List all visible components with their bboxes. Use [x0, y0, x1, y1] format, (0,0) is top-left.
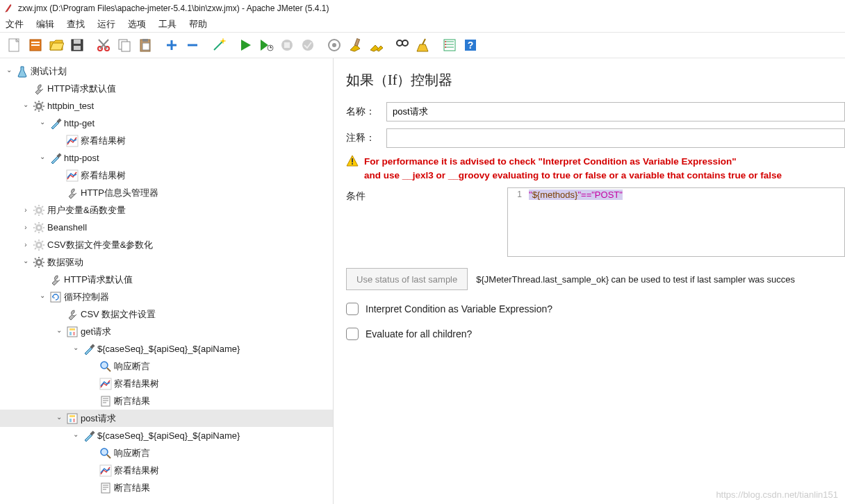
tree-row[interactable]: ⌄数据驱动	[0, 253, 333, 271]
tree-row[interactable]: ⌄${caseSeq}_${apiSeq}_${apiName}	[0, 427, 333, 444]
tree-row[interactable]: 断言结果	[0, 392, 333, 410]
tree-label: ${caseSeq}_${apiSeq}_${apiName}	[97, 344, 240, 354]
tree-row[interactable]: 察看结果树	[0, 167, 333, 184]
svg-point-23	[402, 40, 408, 46]
cut-button[interactable]	[93, 35, 114, 56]
caret-icon[interactable]: ⌄	[38, 291, 47, 301]
name-input[interactable]	[386, 102, 845, 121]
tree-row[interactable]: 察看结果树	[0, 132, 333, 149]
menu-帮助[interactable]: 帮助	[189, 18, 207, 31]
tree-row[interactable]: ›CSV数据文件变量&参数化	[0, 236, 333, 253]
tree-row[interactable]: ⌄get请求	[0, 323, 333, 340]
remove-button[interactable]	[182, 35, 203, 56]
caret-icon[interactable]: ›	[21, 240, 31, 250]
templates-button[interactable]	[25, 35, 46, 56]
gear-icon	[33, 256, 45, 269]
tree-row[interactable]: ⌄${caseSeq}_${apiSeq}_${apiName}	[0, 340, 333, 358]
caret-icon[interactable]: ⌄	[54, 412, 64, 422]
tree-row[interactable]: ⌄http-post	[0, 149, 333, 167]
use-last-sample-button[interactable]: Use status of last sample	[346, 268, 468, 290]
shutdown-button[interactable]	[297, 35, 318, 56]
save-button[interactable]	[67, 35, 88, 56]
open-button[interactable]	[46, 35, 67, 56]
clear-all-button[interactable]	[366, 35, 386, 56]
help-button[interactable]: ?	[460, 35, 481, 56]
condition-label: 条件	[346, 187, 507, 257]
tree-row[interactable]: ⌄循环控制器	[0, 288, 333, 305]
menu-编辑[interactable]: 编辑	[36, 18, 54, 31]
tree-label: http-get	[64, 118, 95, 128]
add-button[interactable]	[161, 35, 182, 56]
stop-button[interactable]	[277, 35, 297, 56]
interpret-check-row[interactable]: Interpret Condition as Variable Expressi…	[346, 303, 845, 315]
tree-row[interactable]: 断言结果	[0, 479, 333, 496]
caret-icon[interactable]: ⌄	[71, 430, 81, 439]
warn-line1: For performance it is advised to check "…	[364, 156, 737, 167]
warning-icon	[346, 155, 359, 167]
tree-row[interactable]: 察看结果树	[0, 375, 333, 392]
caret-icon[interactable]: ›	[21, 205, 31, 215]
menu-选项[interactable]: 选项	[128, 18, 146, 31]
tree-row[interactable]: ⌄httpbin_test	[0, 97, 333, 115]
evaluate-checkbox[interactable]	[346, 328, 359, 340]
copy-button[interactable]	[114, 35, 135, 56]
tree-label: 断言结果	[114, 482, 150, 494]
svg-rect-35	[67, 170, 78, 181]
new-file-button[interactable]	[4, 35, 25, 56]
caret-icon[interactable]: ⌄	[71, 343, 81, 353]
menu-文件[interactable]: 文件	[6, 18, 24, 31]
tree-row[interactable]: HTTP请求默认值	[0, 80, 333, 97]
svg-rect-3	[31, 44, 40, 46]
caret-icon[interactable]: ⌄	[54, 326, 64, 335]
tree-row[interactable]: HTTP请求默认值	[0, 271, 333, 288]
tree-row[interactable]: ⌄测试计划	[0, 62, 333, 80]
interpret-checkbox[interactable]	[346, 303, 359, 315]
menu-查找[interactable]: 查找	[67, 18, 85, 31]
paste-button[interactable]	[135, 35, 156, 56]
caret-icon[interactable]: ⌄	[21, 100, 31, 110]
tree-pane[interactable]: ⌄测试计划HTTP请求默认值⌄httpbin_test⌄http-get察看结果…	[0, 58, 334, 504]
svg-rect-13	[142, 43, 149, 50]
caret-icon	[54, 310, 64, 319]
code-body[interactable]: "${methods}"=="POST"	[526, 188, 844, 256]
comment-input[interactable]	[386, 128, 845, 148]
evaluate-label: Evaluate for all children?	[366, 328, 472, 339]
watermark: https://blog.csdn.net/tianlin151	[716, 489, 838, 500]
tree-row[interactable]: ⌄http-get	[0, 115, 333, 132]
search-button[interactable]	[392, 35, 413, 56]
tree-row[interactable]: 察看结果树	[0, 462, 333, 479]
tree-row[interactable]: CSV 数据文件设置	[0, 305, 333, 323]
toggle-button[interactable]	[324, 35, 345, 56]
tree-label: 响应断言	[114, 447, 150, 460]
tree-label: HTTP请求默认值	[47, 83, 116, 95]
clear-button[interactable]	[345, 35, 366, 56]
tree-row[interactable]: ›用户变量&函数变量	[0, 201, 333, 219]
wand-button[interactable]	[208, 35, 229, 56]
tree-row[interactable]: 响应断言	[0, 444, 333, 462]
gear-dim-icon	[33, 204, 45, 217]
run-no-timers-button[interactable]	[256, 35, 277, 56]
options-button[interactable]	[439, 35, 460, 56]
content-area: ⌄测试计划HTTP请求默认值⌄httpbin_test⌄http-get察看结果…	[0, 58, 845, 504]
run-button[interactable]	[235, 35, 256, 56]
warn-line2: and use __jexl3 or __groovy evaluating t…	[364, 170, 782, 180]
menu-运行[interactable]: 运行	[97, 18, 115, 31]
tree-row[interactable]: ⌄post请求	[0, 410, 333, 427]
caret-icon[interactable]: ›	[21, 223, 31, 233]
menu-bar: 文件编辑查找运行选项工具帮助	[0, 17, 845, 32]
tree-row[interactable]: 响应断言	[0, 358, 333, 375]
caret-icon	[54, 136, 64, 146]
tree-label: HTTP信息头管理器	[81, 187, 158, 199]
caret-icon[interactable]: ⌄	[21, 256, 31, 266]
menu-工具[interactable]: 工具	[158, 18, 177, 31]
caret-icon[interactable]: ⌄	[38, 117, 47, 127]
condition-editor[interactable]: 1 "${methods}"=="POST"	[507, 187, 845, 257]
broom-button[interactable]	[413, 35, 434, 56]
evaluate-check-row[interactable]: Evaluate for all children?	[346, 328, 845, 340]
caret-icon[interactable]: ⌄	[4, 65, 14, 75]
panel-title: 如果（If）控制器	[346, 71, 845, 90]
tree-row[interactable]: HTTP信息头管理器	[0, 184, 333, 201]
svg-rect-55	[69, 419, 72, 422]
tree-row[interactable]: ›Beanshell	[0, 219, 333, 236]
caret-icon[interactable]: ⌄	[38, 152, 47, 162]
